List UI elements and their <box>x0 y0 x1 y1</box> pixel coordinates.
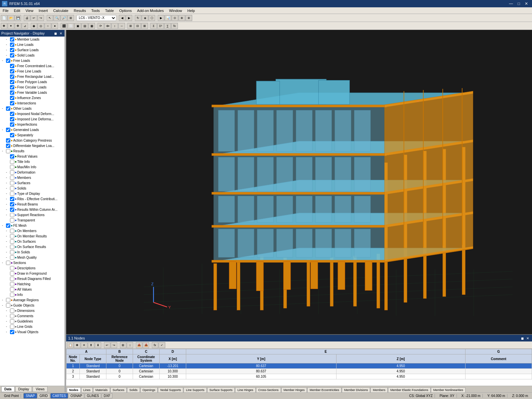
tree-item-15[interactable]: ■ Imposed Line Deforma... <box>0 116 65 122</box>
expand-icon[interactable]: - <box>6 176 10 179</box>
tb2-10[interactable]: ⬜ <box>67 23 74 29</box>
tree-checkbox[interactable] <box>6 106 10 111</box>
tree-item-42[interactable]: - ■ Sections <box>0 260 65 265</box>
expand-icon[interactable]: - <box>2 107 6 110</box>
tb-open[interactable]: 📂 <box>8 15 14 21</box>
tab-member-eccentricities[interactable]: Member Eccentricities <box>307 387 341 392</box>
tb2-9[interactable]: ⬛ <box>61 23 67 29</box>
tb2-19[interactable]: ⊟ <box>134 23 141 29</box>
tbl-tb-check[interactable]: ✓ <box>159 342 165 348</box>
tree-checkbox[interactable] <box>10 271 14 276</box>
tree-item-10[interactable]: ■ Free Variable Loads <box>0 90 65 95</box>
table-panel-pin[interactable]: ◼ <box>520 336 525 340</box>
tree-checkbox[interactable] <box>6 298 10 302</box>
tree-checkbox[interactable] <box>10 90 14 95</box>
menu-options[interactable]: Options <box>116 8 134 13</box>
tree-item-34[interactable]: ■ Transparent <box>0 217 65 223</box>
tb2-5[interactable]: ◉ <box>31 23 37 29</box>
tbl-tb-3[interactable]: ✕ <box>81 342 87 348</box>
tree-checkbox[interactable] <box>10 37 14 42</box>
tree-checkbox[interactable] <box>10 117 14 121</box>
tree-checkbox[interactable] <box>10 165 14 169</box>
tbl-tb-1[interactable]: 📋 <box>67 342 73 348</box>
tree-item-13[interactable]: - ■ Other Loads <box>0 106 65 111</box>
menu-insert[interactable]: Insert <box>36 8 51 13</box>
tbl-tb-7[interactable]: ↪ <box>111 342 117 348</box>
tree-item-5[interactable]: ■ Free Concentrated Loa... <box>0 63 65 68</box>
tree-checkbox[interactable] <box>10 160 14 164</box>
expand-icon[interactable]: - <box>6 330 10 333</box>
tb-undo[interactable]: ↩ <box>31 15 37 21</box>
tree-checkbox[interactable] <box>6 303 10 308</box>
expand-icon[interactable]: - <box>6 309 10 312</box>
tree-item-33[interactable]: - ■ Support Reactions <box>0 212 65 217</box>
tree-item-30[interactable]: - ■ Ribs - Effective Contributi... <box>0 196 65 201</box>
tb2-12[interactable]: ▤ <box>81 23 88 29</box>
tree-item-14[interactable]: ■ Imposed Nodal Deform... <box>0 111 65 116</box>
tree-checkbox[interactable] <box>10 229 14 233</box>
tb2-8[interactable]: ● <box>52 23 58 29</box>
expand-icon[interactable]: - <box>6 197 10 200</box>
tb-redo[interactable]: ↪ <box>38 15 44 21</box>
tree-item-2[interactable]: - ■ Surface Loads <box>0 47 65 53</box>
tree-checkbox[interactable] <box>10 176 14 180</box>
tb-save[interactable]: 💾 <box>15 15 21 21</box>
tb-zoom-all[interactable]: ⊞ <box>67 15 74 21</box>
table-row[interactable]: 1 Standard 0 Cartesian -13.201 80.637 4.… <box>66 363 532 369</box>
tree-checkbox[interactable] <box>10 133 14 137</box>
expand-icon[interactable]: - <box>6 187 10 190</box>
menu-table[interactable]: Table <box>102 8 116 13</box>
tree-item-35[interactable]: - ■ FE Mesh <box>0 223 65 228</box>
tb2-6[interactable]: ◎ <box>38 23 44 29</box>
tree-item-24[interactable]: ■ Max/Min Info <box>0 164 65 170</box>
tree-checkbox[interactable] <box>10 186 14 191</box>
tree-item-29[interactable]: - ■ Type of Display <box>0 191 65 196</box>
tree-item-53[interactable]: - ■ Guidelines <box>0 319 65 324</box>
tree-checkbox[interactable] <box>6 223 10 228</box>
menu-view[interactable]: View <box>23 8 36 13</box>
tree-item-19[interactable]: ■ Action Category Prestress <box>0 138 65 143</box>
tab-member-elastic-foundations[interactable]: Member Elastic Foundations <box>388 387 431 392</box>
tb-zoom-in[interactable]: 🔍 <box>54 15 60 21</box>
tb2-7[interactable]: ○ <box>45 23 51 29</box>
tab-materials[interactable]: Materials <box>93 387 110 392</box>
tbl-tb-filter[interactable]: ⊞ <box>120 342 126 348</box>
expand-icon[interactable]: - <box>2 59 6 62</box>
tree-checkbox[interactable] <box>10 287 14 292</box>
minimize-button[interactable]: — <box>507 0 515 7</box>
tab-nodes[interactable]: Nodes <box>67 387 81 392</box>
expand-icon[interactable]: - <box>6 38 10 41</box>
expand-icon[interactable]: - <box>2 304 6 307</box>
expand-icon[interactable]: - <box>6 54 10 57</box>
tbl-tb-2[interactable]: ✚ <box>74 342 80 348</box>
tbl-tb-sort[interactable]: ↕ <box>127 342 133 348</box>
tree-checkbox[interactable] <box>6 138 10 143</box>
tb-view2[interactable]: ⊗ <box>179 15 185 21</box>
tree-checkbox[interactable] <box>6 144 10 148</box>
tree-item-38[interactable]: - ■ On Surfaces <box>0 239 65 244</box>
expand-icon[interactable]: - <box>6 202 10 206</box>
nav-tab-data[interactable]: Data <box>1 386 15 392</box>
tree-checkbox[interactable] <box>10 293 14 297</box>
expand-icon[interactable]: - <box>2 128 6 131</box>
nav-tab-display[interactable]: Display <box>15 386 32 392</box>
menu-file[interactable]: File <box>0 8 11 13</box>
tb2-23[interactable]: ∑ <box>164 23 171 29</box>
tree-checkbox[interactable] <box>10 234 14 238</box>
expand-icon[interactable]: - <box>6 325 10 328</box>
tb-view3[interactable]: ⊕ <box>186 15 192 21</box>
tree-item-7[interactable]: ■ Free Rectangular Load... <box>0 74 65 79</box>
tree-checkbox[interactable] <box>10 122 14 127</box>
expand-icon[interactable]: - <box>2 149 6 153</box>
tree-item-55[interactable]: - ■ Visual Objects <box>0 329 65 334</box>
tb2-15[interactable]: ⟴ <box>104 23 111 29</box>
expand-icon[interactable]: - <box>6 256 10 259</box>
tree-item-26[interactable]: - ■ Members <box>0 175 65 180</box>
tree-item-8[interactable]: ■ Free Polygon Loads <box>0 79 65 84</box>
menu-results[interactable]: Results <box>71 8 89 13</box>
tree-item-47[interactable]: ■ All Values <box>0 287 65 292</box>
table-row[interactable]: 3 Standard 0 Cartesian 10.300 60.105 4.9… <box>66 374 532 379</box>
tb2-4[interactable]: ⊿ <box>22 23 28 29</box>
status-dxf[interactable]: DXF <box>102 393 112 398</box>
expand-icon[interactable]: - <box>6 192 10 195</box>
